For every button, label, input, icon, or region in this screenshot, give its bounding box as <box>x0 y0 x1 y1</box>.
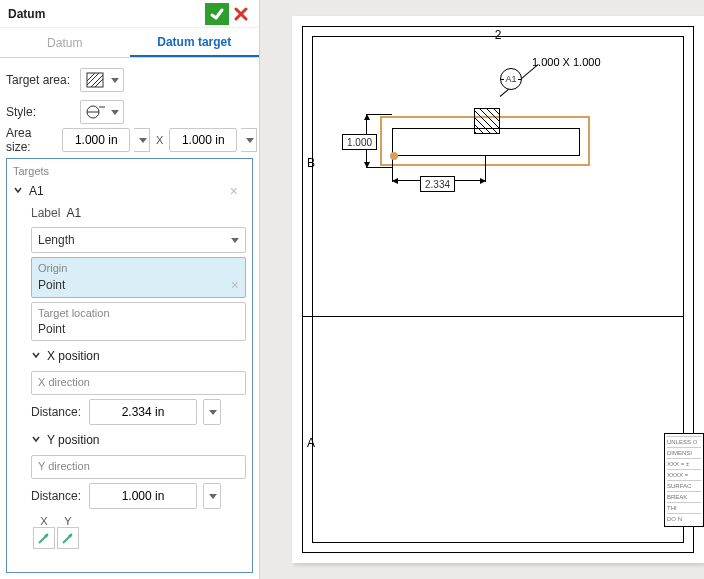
titleblock-line: BREAK <box>667 491 701 502</box>
x-position-header[interactable]: X position <box>31 345 246 367</box>
chevron-down-icon <box>111 110 119 115</box>
area-size-label: Area size: <box>6 126 58 154</box>
target-location-field[interactable]: Target location Point <box>31 302 246 341</box>
datum-target-symbol-icon <box>85 103 105 121</box>
titleblock-line: XXXX = <box>667 469 701 480</box>
targets-box: Targets A1 × Label A1 Length Origi <box>6 158 253 573</box>
target-item-name: A1 <box>29 184 44 198</box>
zone-label-a: A <box>307 436 315 450</box>
length-select-value: Length <box>38 233 75 247</box>
close-icon <box>234 7 248 21</box>
area-width-stepper[interactable] <box>134 128 150 152</box>
hatch-square-icon <box>85 71 105 89</box>
callout-text: 1.000 X 1.000 <box>532 56 601 68</box>
y-direction-field[interactable]: Y direction <box>31 455 246 479</box>
y-position-header[interactable]: Y position <box>31 429 246 451</box>
target-location-caption: Target location <box>38 307 239 319</box>
length-select[interactable]: Length <box>31 227 246 253</box>
origin-value: Point <box>38 278 65 292</box>
x-separator: X <box>156 134 163 146</box>
chevron-down-icon <box>246 138 254 143</box>
panel-header: Datum <box>0 0 259 28</box>
tab-datum[interactable]: Datum <box>0 28 130 57</box>
chevron-down-icon <box>31 349 41 363</box>
svg-rect-2 <box>87 73 103 87</box>
drawing-sheet: 2 B A 1.000 X 1.000 A1 1.000 2.334 UNLES… <box>292 16 704 563</box>
tab-datum-target[interactable]: Datum target <box>130 28 260 57</box>
chevron-down-icon <box>231 238 239 243</box>
y-position-label: Y position <box>47 433 99 447</box>
target-location-value: Point <box>38 322 65 336</box>
x-position-label: X position <box>47 349 100 363</box>
zone-label-b: B <box>307 156 315 170</box>
y-direction-placeholder: Y direction <box>38 460 239 472</box>
svg-line-6 <box>95 79 103 87</box>
chevron-down-icon <box>31 433 41 447</box>
horizontal-dimension-value: 2.334 <box>420 176 455 192</box>
datum-id-text: A1 <box>504 74 517 84</box>
targets-scroll[interactable]: Targets A1 × Label A1 Length Origi <box>7 159 252 572</box>
titleblock-fragment: UNLESS O DIMENSI XXX = ± XXXX = SURFAC B… <box>664 433 704 527</box>
y-distance-input[interactable] <box>89 483 197 509</box>
arrow-icon <box>60 530 76 546</box>
label-key: Label <box>31 206 60 220</box>
y-distance-stepper[interactable] <box>203 483 221 509</box>
origin-clear-button[interactable]: × <box>231 277 239 293</box>
check-icon <box>209 6 225 22</box>
chevron-down-icon <box>111 78 119 83</box>
x-direction-field[interactable]: X direction <box>31 371 246 395</box>
x-distance-input[interactable] <box>89 399 197 425</box>
titleblock-line: XXX = ± <box>667 458 701 469</box>
zone-divider-h <box>302 316 684 317</box>
chevron-down-icon <box>209 494 217 499</box>
zone-label-top: 2 <box>495 28 502 42</box>
drawing-canvas[interactable]: 2 B A 1.000 X 1.000 A1 1.000 2.334 UNLES… <box>260 0 704 579</box>
datum-target-balloon: A1 <box>500 68 522 90</box>
svg-line-4 <box>87 73 95 81</box>
targets-header: Targets <box>9 163 246 179</box>
y-distance-label: Distance: <box>31 489 83 503</box>
style-label: Style: <box>6 105 74 119</box>
titleblock-line: DO N <box>667 513 701 524</box>
x-distance-label: Distance: <box>31 405 83 419</box>
titleblock-line: SURFAC <box>667 480 701 491</box>
flip-x-button[interactable] <box>33 527 55 549</box>
target-area-combo[interactable] <box>80 68 124 92</box>
chevron-down-icon <box>209 410 217 415</box>
target-area-label: Target area: <box>6 73 74 87</box>
datum-panel: Datum Datum Datum target Target area: St… <box>0 0 260 579</box>
remove-target-button[interactable]: × <box>226 183 242 199</box>
x-direction-placeholder: X direction <box>38 376 239 388</box>
chevron-down-icon <box>139 138 147 143</box>
origin-field[interactable]: Origin Point × <box>31 257 246 298</box>
vertical-dimension-value: 1.000 <box>342 134 377 150</box>
flip-y-button[interactable] <box>57 527 79 549</box>
y-col-label: Y <box>64 515 71 527</box>
area-height-stepper[interactable] <box>241 128 257 152</box>
label-value: A1 <box>66 206 81 220</box>
x-col-label: X <box>40 515 47 527</box>
datum-target-area <box>474 108 500 134</box>
titleblock-line: THI <box>667 502 701 513</box>
area-height-input[interactable] <box>169 128 237 152</box>
chevron-down-icon <box>13 184 23 198</box>
accept-button[interactable] <box>205 3 229 25</box>
area-width-input[interactable] <box>62 128 130 152</box>
target-item-header[interactable]: A1 × <box>9 179 246 203</box>
titleblock-line: DIMENSI <box>667 447 701 458</box>
style-combo[interactable] <box>80 100 124 124</box>
cancel-button[interactable] <box>229 3 253 25</box>
titleblock-line: UNLESS O <box>667 436 701 447</box>
tabs: Datum Datum target <box>0 28 259 58</box>
arrow-icon <box>36 530 52 546</box>
x-distance-stepper[interactable] <box>203 399 221 425</box>
origin-marker <box>390 152 398 160</box>
panel-title: Datum <box>8 7 45 21</box>
origin-caption: Origin <box>38 262 239 274</box>
